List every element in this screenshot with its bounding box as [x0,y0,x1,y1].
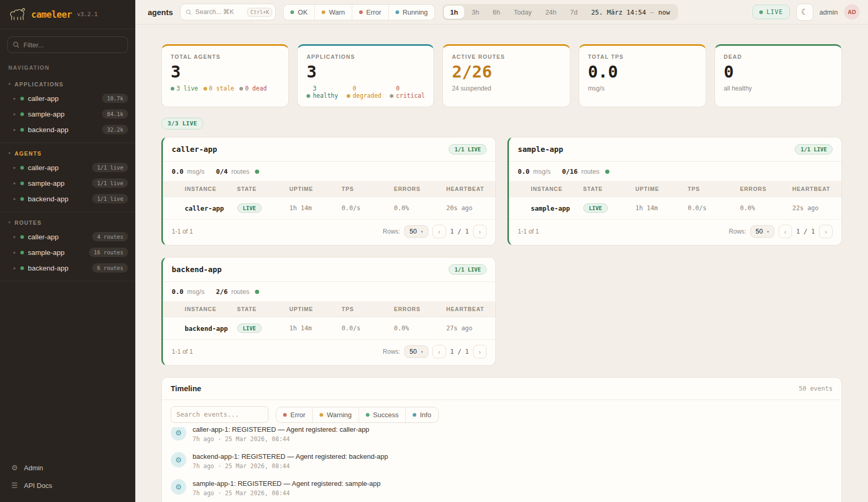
filter-chip-ok[interactable]: OK [284,5,314,20]
chip-label: Error [290,411,305,419]
stat-label: APPLICATIONS [307,54,425,60]
legend-label: degraded [353,92,381,99]
sidebar-item-admin[interactable]: ⚙ Admin [8,460,127,475]
rows-per-page-select[interactable]: 50▾ [404,225,428,238]
chevron-down-icon: ▾ [8,151,10,156]
sidebar-section-routes: ▾ ROUTES ▸ caller-app 4 routes ▸ sample-… [0,212,135,281]
status-dot [20,266,24,270]
chip-label: Warn [329,8,345,16]
item-label: caller-app [28,164,59,172]
sidebar-item-caller-app-agent[interactable]: ▸ caller-app 1/1 live [0,160,135,175]
range-24h[interactable]: 24h [539,6,563,19]
chevron-right-icon: ▸ [14,250,16,255]
critical-dot [390,94,393,98]
stat-card-active-routes: ACTIVE ROUTES 2/26 24 suspended [442,44,570,107]
chevron-right-icon: ▸ [14,265,16,271]
prev-page-button[interactable]: ‹ [432,225,446,238]
prev-page-button[interactable]: ‹ [432,345,446,358]
sidebar-item-backend-app-agent[interactable]: ▸ backend-app 1/1 live [0,191,135,207]
event-title: backend-app-1: REGISTERED — Agent regist… [193,453,388,460]
section-header-applications[interactable]: ▾ APPLICATIONS [0,78,135,91]
table-row[interactable]: caller-app LIVE 1h 14m 0.0/s 0.0% 20s ag… [163,197,495,220]
api-docs-icon: ☰ [10,481,19,490]
stat-card-total-agents: TOTAL AGENTS 3 3 live 0 stale 0 dead [161,44,289,107]
avatar[interactable]: AD [844,4,860,20]
table-row[interactable]: backend-app LIVE 1h 14m 0.0/s 0.0% 27s a… [163,317,495,340]
live-dot [171,87,174,91]
rows-per-page-select[interactable]: 50▾ [404,345,428,358]
cell-heartbeat: 20s ago [443,197,496,220]
time-range-group: 1h 3h 6h Today 24h 7d 25. März 14:54 — n… [442,4,678,20]
status-dot [20,128,24,132]
sidebar-item-backend-app[interactable]: ▸ backend-app 32.2k [0,122,135,137]
state-badge: LIVE [237,324,262,333]
stat-subtext: all healthy [724,85,833,92]
legend-value: 0 [353,85,381,92]
instances-table: INSTANCE STATE UPTIME TPS ERRORS HEARTBE… [509,181,841,219]
sidebar-item-backend-app-routes[interactable]: ▸ backend-app 6 routes [0,260,135,276]
next-page-button[interactable]: › [473,345,487,358]
item-label: backend-app [28,126,69,134]
item-badge: 1/1 live [92,163,128,172]
range-6h[interactable]: 6h [487,6,506,19]
stat-card-dead: DEAD 0 all healthy [714,44,842,107]
sidebar-item-sample-app[interactable]: ▸ sample-app 84.1k [0,106,135,122]
range-3h[interactable]: 3h [465,6,485,19]
app-stats: 0.0msg/s 2/6routes [163,282,495,301]
filter-input[interactable] [7,36,128,53]
filter-chip-warn[interactable]: Warn [314,5,352,20]
table-row[interactable]: sample-app LIVE 1h 14m 0.0/s 0.0% 22s ag… [509,197,841,220]
instances-table: INSTANCE STATE UPTIME TPS ERRORS HEARTBE… [163,181,495,219]
state-badge: LIVE [237,203,262,213]
item-label: sample-app [28,179,65,187]
sidebar-item-api-docs[interactable]: ☰ API Docs [8,478,127,493]
prev-page-button[interactable]: ‹ [778,225,792,238]
status-dot [20,197,24,201]
filter-chip-warning[interactable]: Warning [312,407,359,422]
filter-chip-error[interactable]: Error [352,5,388,20]
stat-label: TOTAL AGENTS [171,54,279,60]
filter-chip-info[interactable]: Info [405,407,438,422]
app-live-badge: 1/1 LIVE [449,144,487,155]
range-7d[interactable]: 7d [564,6,584,19]
item-label: API Docs [24,482,52,490]
chip-label: Warning [327,411,352,419]
item-label: backend-app [28,264,69,272]
sidebar-item-caller-app-routes[interactable]: ▸ caller-app 4 routes [0,229,135,244]
page-indicator: 1 / 1 [450,348,469,355]
filter-chip-running[interactable]: Running [388,5,435,20]
timeline-search-input[interactable] [171,406,269,423]
col-instance: INSTANCE [182,301,234,317]
legend-label: 0 dead [245,85,267,92]
range-today[interactable]: Today [507,6,538,19]
col-errors: ERRORS [391,301,443,317]
filter-chip-success[interactable]: Success [359,407,405,422]
sidebar-item-sample-app-agent[interactable]: ▸ sample-app 1/1 live [0,175,135,191]
stat-value: 3 [307,62,425,82]
rows-per-page-select[interactable]: 50▾ [750,225,774,238]
sidebar-footer: ⚙ Admin ☰ API Docs [0,455,135,502]
sidebar-item-caller-app[interactable]: ▸ caller-app 10.7k [0,91,135,106]
legend-label: healthy [313,92,338,99]
timeline-events-list[interactable]: ⚙ caller-app-1: REGISTERED — Agent regis… [162,427,841,502]
next-page-button[interactable]: › [473,225,487,238]
sidebar-item-sample-app-routes[interactable]: ▸ sample-app 16 routes [0,244,135,260]
section-header-agents[interactable]: ▾ AGENTS [0,147,135,160]
app-card-caller-app: caller-app 1/1 LIVE 0.0msg/s 0/4routes I… [161,137,496,246]
col-heartbeat: HEARTBEAT [789,181,842,197]
row-range-label: 1-1 of 1 [172,348,193,355]
col-uptime: UPTIME [286,181,339,197]
live-toggle[interactable]: LIVE [752,5,790,19]
timeline-title: Timeline [171,384,201,393]
filter-chip-error[interactable]: Error [276,407,312,422]
status-dot [20,97,24,100]
stat-subtext: msg/s [588,85,697,92]
search-input[interactable] [195,8,238,16]
dark-mode-toggle[interactable]: ☾ [796,4,813,21]
cell-uptime: 1h 14m [286,197,339,220]
stat-value: 3 [171,62,279,82]
section-header-routes[interactable]: ▾ ROUTES [0,216,135,229]
next-page-button[interactable]: › [819,225,833,238]
date-to: now [658,8,670,16]
range-1h[interactable]: 1h [444,6,464,19]
